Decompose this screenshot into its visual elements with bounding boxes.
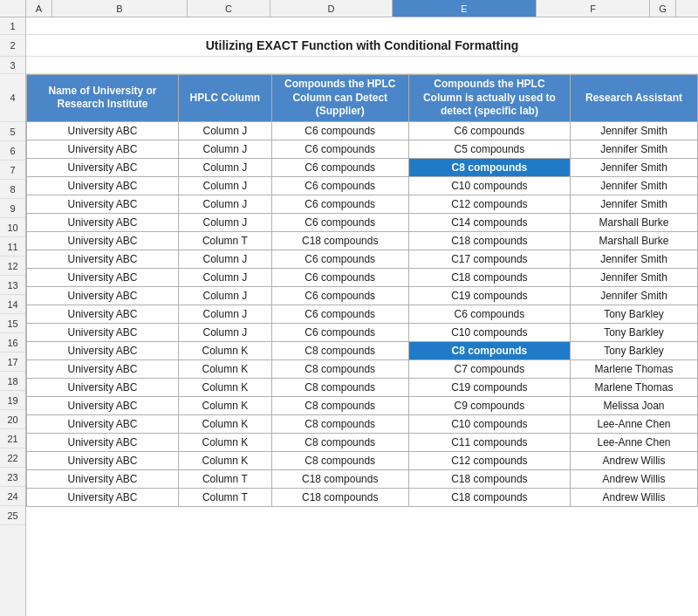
cell-hplc[interactable]: Column J (179, 305, 272, 323)
cell-sup[interactable]: C18 compounds (271, 469, 408, 488)
cell-uni[interactable]: University ABC (27, 195, 179, 213)
cell-uni[interactable]: University ABC (27, 451, 179, 469)
cell-researcher[interactable]: Marshall Burke (571, 231, 698, 250)
cell-hplc[interactable]: Column J (179, 286, 272, 305)
cell-sup[interactable]: C8 compounds (271, 451, 408, 469)
cell-uni[interactable]: University ABC (27, 433, 179, 451)
cell-uni[interactable]: University ABC (27, 469, 179, 488)
cell-uni[interactable]: University ABC (27, 341, 179, 359)
cell-researcher[interactable]: Jennifer Smith (571, 286, 698, 305)
cell-lab[interactable]: C11 compounds (408, 433, 570, 451)
cell-researcher[interactable]: Jennifer Smith (571, 250, 698, 268)
cell-hplc[interactable]: Column K (179, 433, 272, 451)
table-row[interactable]: University ABCColumn JC6 compoundsC6 com… (27, 121, 698, 140)
table-row[interactable]: University ABCColumn JC6 compoundsC10 co… (27, 176, 698, 195)
cell-lab[interactable]: C8 compounds (408, 341, 570, 359)
row-num-4[interactable]: 4 (0, 74, 25, 122)
table-row[interactable]: University ABCColumn KC8 compoundsC11 co… (27, 433, 698, 451)
cell-hplc[interactable]: Column T (179, 488, 272, 506)
cell-lab[interactable]: C18 compounds (408, 469, 570, 488)
cell-lab[interactable]: C10 compounds (408, 414, 570, 433)
row-num-19[interactable]: 19 (0, 391, 25, 410)
row-num-12[interactable]: 12 (0, 257, 25, 276)
table-row[interactable]: University ABCColumn KC8 compoundsC10 co… (27, 414, 698, 433)
cell-uni[interactable]: University ABC (27, 213, 179, 231)
row-num-17[interactable]: 17 (0, 352, 25, 372)
table-row[interactable]: University ABCColumn JC6 compoundsC17 co… (27, 250, 698, 268)
table-row[interactable]: University ABCColumn JC6 compoundsC19 co… (27, 286, 698, 305)
cell-hplc[interactable]: Column K (179, 396, 272, 414)
table-row[interactable]: University ABCColumn TC18 compoundsC18 c… (27, 231, 698, 250)
cell-hplc[interactable]: Column J (179, 121, 272, 140)
row-num-14[interactable]: 14 (0, 295, 25, 314)
cell-uni[interactable]: University ABC (27, 323, 179, 341)
cell-hplc[interactable]: Column J (179, 268, 272, 286)
cell-uni[interactable]: University ABC (27, 140, 179, 158)
cell-hplc[interactable]: Column K (179, 359, 272, 378)
cell-sup[interactable]: C6 compounds (271, 158, 408, 176)
cell-sup[interactable]: C8 compounds (271, 378, 408, 396)
cell-lab[interactable]: C7 compounds (408, 359, 570, 378)
cell-sup[interactable]: C6 compounds (271, 140, 408, 158)
cell-researcher[interactable]: Jennifer Smith (571, 195, 698, 213)
row-num-1[interactable]: 1 (0, 17, 25, 35)
cell-hplc[interactable]: Column J (179, 158, 272, 176)
row-num-11[interactable]: 11 (0, 237, 25, 257)
cell-hplc[interactable]: Column J (179, 213, 272, 231)
row-num-8[interactable]: 8 (0, 180, 25, 199)
col-letter-f[interactable]: F (537, 0, 650, 17)
table-row[interactable]: University ABCColumn JC6 compoundsC10 co… (27, 323, 698, 341)
row-num-7[interactable]: 7 (0, 161, 25, 180)
cell-lab[interactable]: C19 compounds (408, 378, 570, 396)
cell-lab[interactable]: C12 compounds (408, 451, 570, 469)
cell-uni[interactable]: University ABC (27, 250, 179, 268)
cell-sup[interactable]: C18 compounds (271, 488, 408, 506)
cell-hplc[interactable]: Column K (179, 451, 272, 469)
cell-uni[interactable]: University ABC (27, 286, 179, 305)
col-letter-c[interactable]: C (188, 0, 270, 17)
table-row[interactable]: University ABCColumn JC6 compoundsC12 co… (27, 195, 698, 213)
table-row[interactable]: University ABCColumn KC8 compoundsC8 com… (27, 341, 698, 359)
cell-lab[interactable]: C12 compounds (408, 195, 570, 213)
cell-uni[interactable]: University ABC (27, 231, 179, 250)
cell-sup[interactable]: C8 compounds (271, 414, 408, 433)
row-num-9[interactable]: 9 (0, 199, 25, 218)
cell-lab[interactable]: C6 compounds (408, 121, 570, 140)
cell-lab[interactable]: C9 compounds (408, 396, 570, 414)
cell-sup[interactable]: C6 compounds (271, 323, 408, 341)
cell-sup[interactable]: C8 compounds (271, 359, 408, 378)
table-row[interactable]: University ABCColumn JC6 compoundsC14 co… (27, 213, 698, 231)
cell-sup[interactable]: C6 compounds (271, 268, 408, 286)
row-num-5[interactable]: 5 (0, 122, 25, 141)
cell-uni[interactable]: University ABC (27, 396, 179, 414)
cell-sup[interactable]: C6 compounds (271, 250, 408, 268)
table-row[interactable]: University ABCColumn JC6 compoundsC6 com… (27, 305, 698, 323)
cell-researcher[interactable]: Jennifer Smith (571, 268, 698, 286)
col-letter-d[interactable]: D (270, 0, 393, 17)
cell-lab[interactable]: C10 compounds (408, 176, 570, 195)
table-row[interactable]: University ABCColumn TC18 compoundsC18 c… (27, 469, 698, 488)
cell-hplc[interactable]: Column J (179, 195, 272, 213)
cell-uni[interactable]: University ABC (27, 414, 179, 433)
cell-hplc[interactable]: Column J (179, 323, 272, 341)
cell-researcher[interactable]: Marlene Thomas (571, 378, 698, 396)
row-num-2[interactable]: 2 (0, 35, 25, 57)
cell-lab[interactable]: C14 compounds (408, 213, 570, 231)
row-num-21[interactable]: 21 (0, 429, 25, 448)
cell-researcher[interactable]: Marlene Thomas (571, 359, 698, 378)
row-num-15[interactable]: 15 (0, 314, 25, 333)
cell-sup[interactable]: C6 compounds (271, 305, 408, 323)
table-row[interactable]: University ABCColumn JC6 compoundsC5 com… (27, 140, 698, 158)
col-letter-a[interactable]: A (26, 0, 52, 17)
row-num-22[interactable]: 22 (0, 448, 25, 468)
cell-uni[interactable]: University ABC (27, 378, 179, 396)
cell-uni[interactable]: University ABC (27, 121, 179, 140)
row-num-25[interactable]: 25 (0, 506, 25, 525)
row-num-18[interactable]: 18 (0, 372, 25, 391)
row-num-6[interactable]: 6 (0, 141, 25, 161)
cell-uni[interactable]: University ABC (27, 176, 179, 195)
cell-lab[interactable]: C8 compounds (408, 158, 570, 176)
cell-sup[interactable]: C6 compounds (271, 213, 408, 231)
cell-uni[interactable]: University ABC (27, 158, 179, 176)
cell-sup[interactable]: C6 compounds (271, 121, 408, 140)
